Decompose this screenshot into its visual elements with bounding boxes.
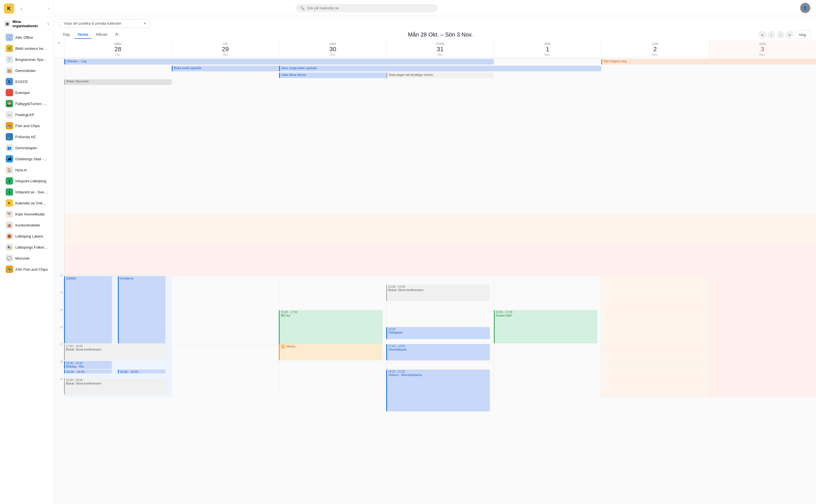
time-event[interactable]: 19:00 - 20:00Bokat: Stora konferensen	[64, 378, 168, 394]
sidebar-collapse-button[interactable]: ‹	[48, 6, 50, 11]
week-title: Mån 28 Okt. – Sön 3 Nov.	[127, 31, 754, 38]
tab-år[interactable]: År	[112, 31, 122, 39]
sidebar-item-label: Göteborgs Stad - Stadsmil	[15, 157, 48, 161]
sidebar-item-kontors[interactable]: 🏨 Kontorshotellet	[2, 220, 52, 230]
sidebar-item-ash[interactable]: 🐟 ASh Fish and Chips	[2, 264, 52, 275]
time-cell-15-6[interactable]	[709, 311, 816, 328]
time-cell-14-2[interactable]	[279, 293, 386, 310]
search-bar[interactable]: 🔍	[296, 4, 438, 12]
sidebar-item-blido[interactable]: 🌿 Blidö sockens hembygdsfc	[2, 43, 52, 54]
home-button[interactable]: ⌂	[17, 4, 26, 13]
tab-månad[interactable]: Månad	[93, 31, 111, 39]
sidebar-item-mummel[interactable]: 💬 Mummel	[2, 253, 52, 264]
time-cell-16-1[interactable]	[171, 328, 279, 345]
nav-last-button[interactable]: »	[786, 31, 794, 39]
sidebar-item-infopoint-lid[interactable]: ℹ Infopoint Lidköping	[2, 176, 52, 186]
time-event[interactable]: 15:00 - 17:00Gravel ride!	[494, 310, 598, 343]
sidebar-item-fish[interactable]: 🐟 Fish and Chips	[2, 120, 52, 131]
time-label: 15	[54, 309, 64, 326]
time-event[interactable]: Hundarna	[118, 276, 166, 343]
sidebar-item-attic-office[interactable]: 🏢 Attic Office	[2, 32, 52, 43]
time-cell-14-5[interactable]	[601, 293, 709, 310]
allday-event[interactable]: Alla helgons dag	[601, 59, 816, 65]
day-header-1: Tis 29 Okt.	[171, 40, 279, 57]
sidebar-item-kalender[interactable]: K Kalender.se Online Sverige	[2, 198, 52, 208]
time-cell-15-1[interactable]	[171, 311, 279, 328]
time-cell-18-5[interactable]	[601, 362, 709, 379]
sidebar-item-brogrammer[interactable]: 👕 Brogrammer Sportswear	[2, 54, 52, 65]
time-cell-13-1[interactable]	[171, 276, 279, 293]
time-cell-19-5[interactable]	[601, 380, 709, 397]
time-cell-18-1[interactable]	[171, 362, 279, 379]
sidebar-item-falbygds[interactable]: 🌄 FalbygdsTurism - På äkta v	[2, 98, 52, 109]
sidebar-item-icon: —	[6, 111, 13, 118]
sidebar-item-goteborg[interactable]: 🏙 Göteborgs Stad - Stadsmil	[2, 153, 52, 164]
org-section[interactable]: ▦ Mina organisationer ∨	[0, 17, 54, 31]
sidebar-item-gemnskapen[interactable]: 👥 Gemnskapen	[2, 142, 52, 153]
today-button[interactable]: Idag	[795, 31, 810, 39]
nav-next-button[interactable]: ›	[777, 31, 785, 39]
calendar-scrollable[interactable]: Oktober – LogAlla helgons dagBoka hotell…	[54, 58, 816, 504]
search-icon: 🔍	[300, 6, 304, 10]
time-cell-18-2[interactable]	[279, 362, 386, 379]
time-event[interactable]: 17:00 - 18:00Bokat: Stora konferensen	[64, 344, 168, 360]
nav-first-button[interactable]: «	[759, 31, 766, 39]
time-cell-14-1[interactable]	[171, 293, 279, 310]
org-label: Mina organisationer	[12, 20, 45, 28]
time-event[interactable]: Jobbtid	[64, 276, 112, 343]
sidebar-item-lidkoping-lakers[interactable]: 🏀 Lidköping Lakers	[2, 231, 52, 242]
time-cell-18-4[interactable]	[494, 362, 601, 379]
time-event[interactable]: 18:00 - 18:30Middag - Äta	[64, 361, 112, 369]
allday-event[interactable]: Sista dagen att besiktiga Volvon.	[386, 72, 494, 78]
sidebar-item-infopoint-se[interactable]: ℹ Infopoint.se - Sveriges bäs	[2, 187, 52, 197]
sidebar-item-hyra[interactable]: 🏠 Hyra.in	[2, 165, 52, 175]
time-cell-17-5[interactable]	[601, 345, 709, 362]
time-event[interactable]: 13:30 - 14:30Bokat: Stora konferensen	[386, 285, 490, 301]
time-cell-16-6[interactable]	[709, 328, 816, 345]
time-cell-17-6[interactable]	[709, 345, 816, 362]
time-event[interactable]: 18:30 - 18:45 -	[118, 370, 166, 373]
calendar-filter[interactable]: Visar din publika & privata kalender ▾	[59, 19, 150, 28]
time-event[interactable]: 18:30 - 18:45 -	[64, 370, 112, 373]
time-event[interactable]: 18:30 - 21:00Vinkurs - Munskänkarna	[386, 370, 490, 411]
search-input[interactable]	[307, 6, 434, 10]
sidebar-item-feeling[interactable]: — FeelingLKP	[2, 109, 52, 120]
sidebar-item-demoskolan[interactable]: 🏫 Demoskolan	[2, 65, 52, 76]
sidebar-item-frolunda[interactable]: 🏒 Frölunda HC	[2, 131, 52, 142]
time-cell-14-6[interactable]	[709, 293, 816, 310]
time-event[interactable]: 🔁 Utveck...	[279, 344, 382, 360]
sidebar-item-lidkopings-folkets[interactable]: 🎭 Lidköpings Folkets Hus	[2, 242, 52, 253]
time-cell-16-5[interactable]	[601, 328, 709, 345]
time-cell-15-3[interactable]	[386, 311, 494, 328]
time-cell-19-4[interactable]	[494, 380, 601, 397]
time-cell-17-1[interactable]	[171, 345, 279, 362]
time-cell-18-6[interactable]	[709, 362, 816, 379]
time-cell-13-2[interactable]	[279, 276, 386, 293]
sidebar-item-easce[interactable]: E EASCE	[2, 76, 52, 87]
time-cell-13-6[interactable]	[709, 276, 816, 293]
time-event[interactable]: 16:00Tidrapport	[386, 327, 490, 339]
time-cell-13-5[interactable]	[601, 276, 709, 293]
allday-event[interactable]: dans mega week uppsala	[279, 66, 601, 71]
time-event[interactable]: 17:00 - 18:00Utvecklarpub	[386, 344, 490, 360]
sidebar-item-label: Infopoint.se - Sveriges bäs	[15, 190, 48, 194]
time-cell-19-2[interactable]	[279, 380, 386, 397]
sidebar-item-exempel[interactable]: 🔴 Exempel	[2, 87, 52, 98]
app-logo[interactable]: K	[4, 3, 14, 14]
allday-event[interactable]: Oktober – Log	[64, 59, 494, 65]
time-cell-19-6[interactable]	[709, 380, 816, 397]
tab-dag[interactable]: Dag	[59, 31, 73, 39]
time-cell-13-4[interactable]	[494, 276, 601, 293]
sidebar-item-icon: 🐟	[6, 122, 13, 129]
time-cells-row	[64, 311, 816, 328]
sidebar-item-kalix[interactable]: 🐕 Kalix Kennelklubb	[2, 209, 52, 219]
tab-vecka[interactable]: Vecka	[74, 31, 91, 39]
nav-prev-button[interactable]: ‹	[768, 31, 775, 39]
time-cell-19-1[interactable]	[171, 380, 279, 397]
week-header: 44 Mån 28 Okt. Tis 29 Okt. Ons 30 Okt. T…	[54, 40, 816, 58]
time-cell-14-4[interactable]	[494, 293, 601, 310]
time-cell-17-4[interactable]	[494, 345, 601, 362]
user-avatar[interactable]: 👤	[800, 3, 810, 13]
time-cell-15-5[interactable]	[601, 311, 709, 328]
allday-event-bokat[interactable]: Bokat: Stora konf...	[64, 79, 172, 85]
